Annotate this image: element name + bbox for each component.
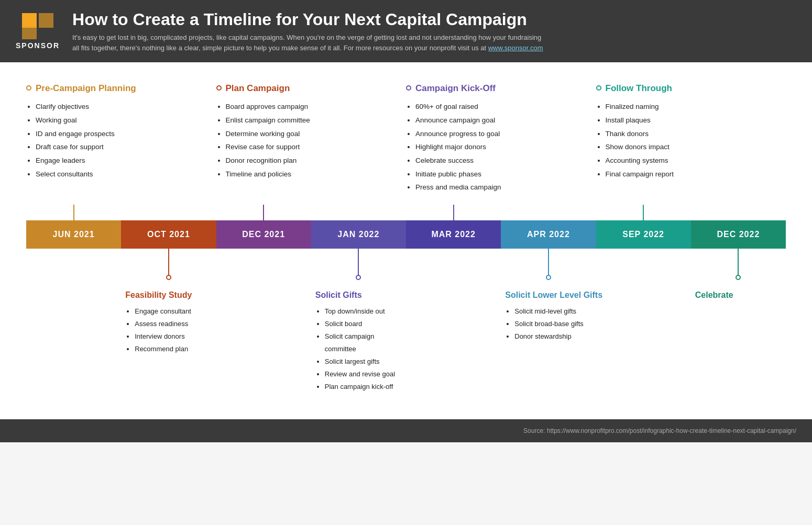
timeline-bar: JUN 2021 OCT 2021 DEC 2021 JAN 2022 MAR … <box>26 220 786 249</box>
feasibility-list: Engage consultant Assess readiness Inter… <box>125 305 212 355</box>
connector-bottom-row <box>26 249 786 280</box>
kick-off-list: 60%+ of goal raised Announce campaign go… <box>406 100 591 194</box>
connector-bot-oct <box>121 249 216 280</box>
connector-bot-jun <box>26 249 121 280</box>
logo-icon <box>22 13 53 39</box>
celebrate-title: Celebrate <box>695 291 782 300</box>
feasibility-title: Feasibility Study <box>125 291 212 300</box>
vline-mar <box>453 205 454 220</box>
solicit-gifts-title: Solicit Gifts <box>315 291 402 300</box>
section-celebrate: Celebrate <box>691 291 786 393</box>
pre-campaign-marker <box>26 85 31 91</box>
kick-off-marker <box>406 85 411 91</box>
logo: SPONSOR <box>16 13 60 50</box>
pre-campaign-list: Clarify objectives Working goal ID and e… <box>26 100 211 181</box>
header: SPONSOR How to Create a Timeline for You… <box>0 0 812 62</box>
vline-bot-jan <box>358 249 359 275</box>
vline-bot-oct <box>168 249 169 275</box>
connector-top-sep <box>596 205 691 220</box>
pre-campaign-title: Pre-Campaign Planning <box>26 83 211 94</box>
connector-bot-apr <box>501 249 596 280</box>
section-follow-through: Follow Through Finalized naming Install … <box>596 83 786 204</box>
solicit-lower-title: Solicit Lower Level Gifts <box>505 291 687 300</box>
timeline-sep2022: SEP 2022 <box>596 220 691 249</box>
header-content: How to Create a Timeline for Your Next C… <box>72 9 544 53</box>
dot-apr <box>546 275 551 280</box>
bottom-empty-1 <box>26 291 121 393</box>
connector-top-apr <box>501 205 596 220</box>
kick-off-title: Campaign Kick-Off <box>406 83 591 94</box>
bottom-sections: Feasibility Study Engage consultant Asse… <box>26 291 786 393</box>
footer: Source: https://www.nonprofitpro.com/pos… <box>0 419 812 442</box>
dot-oct <box>166 275 171 280</box>
plan-campaign-list: Board approves campaign Enlist campaign … <box>216 100 401 181</box>
plan-campaign-marker <box>216 85 222 91</box>
plan-campaign-title: Plan Campaign <box>216 83 401 94</box>
connector-top-mar <box>406 205 501 220</box>
solicit-lower-list: Solicit mid-level gifts Solicit broad-ba… <box>505 305 687 343</box>
vline-bot-apr <box>548 249 549 275</box>
connector-top-row <box>26 205 786 220</box>
connector-bot-sep <box>596 249 691 280</box>
section-solicit-gifts: Solicit Gifts Top down/inside out Solici… <box>311 291 406 393</box>
connector-bot-dec2021 <box>216 249 311 280</box>
timeline-jun2021: JUN 2021 <box>26 220 121 249</box>
logo-text: SPONSOR <box>16 41 60 50</box>
dot-jan <box>356 275 361 280</box>
connector-top-dec2021 <box>216 205 311 220</box>
page-title: How to Create a Timeline for Your Next C… <box>72 9 544 29</box>
section-plan-campaign: Plan Campaign Board approves campaign En… <box>216 83 407 204</box>
connector-top-dec2022 <box>691 205 786 220</box>
solicit-gifts-list: Top down/inside out Solicit board Solici… <box>315 305 402 393</box>
vline-sep <box>643 205 644 220</box>
bottom-empty-5 <box>406 291 501 393</box>
section-feasibility: Feasibility Study Engage consultant Asse… <box>121 291 216 393</box>
follow-through-list: Finalized naming Install plaques Thank d… <box>596 100 781 181</box>
timeline-jan2022: JAN 2022 <box>311 220 406 249</box>
top-sections: Pre-Campaign Planning Clarify objectives… <box>26 83 786 204</box>
footer-source: Source: https://www.nonprofitpro.com/pos… <box>16 427 796 434</box>
connector-top-jan <box>311 205 406 220</box>
connector-bot-mar <box>406 249 501 280</box>
connector-top-jun <box>26 205 121 220</box>
sponsor-link[interactable]: www.sponsor.com <box>488 44 543 52</box>
section-solicit-lower: Solicit Lower Level Gifts Solicit mid-le… <box>501 291 691 393</box>
timeline-dec2022: DEC 2022 <box>691 220 786 249</box>
timeline-apr2022: APR 2022 <box>501 220 596 249</box>
vline-jun <box>73 205 74 220</box>
connector-bot-dec2022 <box>691 249 786 280</box>
timeline-oct2021: OCT 2021 <box>121 220 216 249</box>
dot-dec <box>736 275 741 280</box>
bottom-empty-3 <box>216 291 311 393</box>
follow-through-title: Follow Through <box>596 83 781 94</box>
follow-through-marker <box>596 85 601 91</box>
logo-sq3 <box>22 25 37 39</box>
vline-bot-dec <box>738 249 739 275</box>
main-content: Pre-Campaign Planning Clarify objectives… <box>0 62 812 419</box>
logo-sq2 <box>39 13 53 28</box>
section-pre-campaign: Pre-Campaign Planning Clarify objectives… <box>26 83 216 204</box>
connector-top-oct <box>121 205 216 220</box>
section-kick-off: Campaign Kick-Off 60%+ of goal raised An… <box>406 83 596 204</box>
vline-dec2021 <box>263 205 264 220</box>
connector-bot-jan <box>311 249 406 280</box>
timeline-dec2021: DEC 2021 <box>216 220 311 249</box>
header-description: It's easy to get lost in big, complicate… <box>72 32 544 53</box>
timeline-mar2022: MAR 2022 <box>406 220 501 249</box>
